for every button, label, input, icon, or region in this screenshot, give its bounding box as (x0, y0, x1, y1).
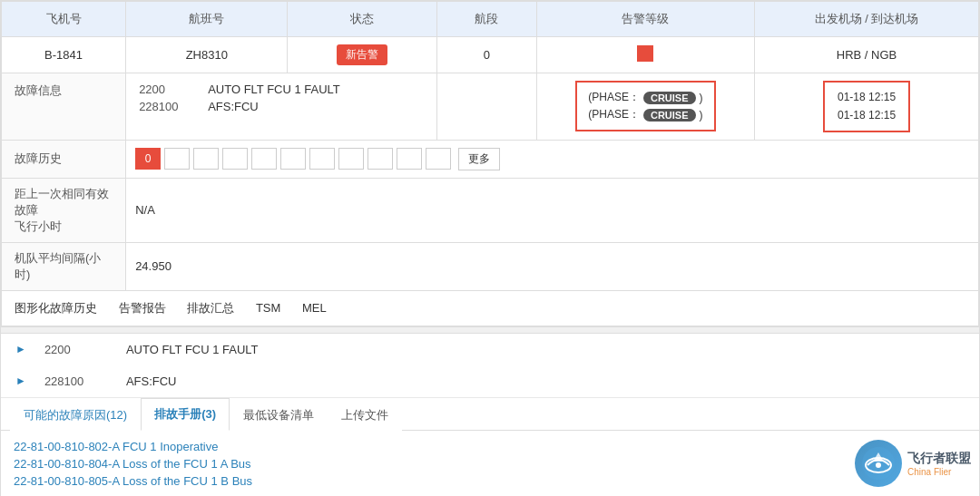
fault-code-row-1: 2200 AUTO FLT FCU 1 FAULT (139, 83, 424, 96)
expand-arrow-1[interactable]: ► (15, 343, 26, 355)
fault-info-codes: 2200 AUTO FLT FCU 1 FAULT 228100 AFS:FCU (126, 73, 437, 141)
fault-info-phase: (PHASE： CRUISE ) (PHASE： CRUISE ) (536, 73, 754, 141)
airports-cell: HRB / NGB (755, 37, 979, 73)
logo-cn-text: 飞行者联盟 (907, 451, 971, 467)
fault-link-1[interactable]: 22-81-00-810-802-A FCU 1 Inoperative (14, 438, 966, 455)
expand-arrow-2[interactable]: ► (15, 374, 26, 387)
fault-link-3[interactable]: 22-81-00-810-805-A Loss of the FCU 1 B B… (14, 472, 966, 490)
svg-point-2 (876, 462, 881, 468)
aircraft-cell: B-1841 (2, 37, 126, 73)
tab-fault-cause[interactable]: 可能的故障原因(12) (10, 399, 141, 431)
data-row: B-1841 ZH8310 新告警 0 HRB / NGB (2, 37, 979, 73)
leg-cell: 0 (437, 37, 537, 73)
fault-link-2[interactable]: 22-81-00-810-804-A Loss of the FCU 1 A B… (14, 455, 966, 472)
history-box-9 (397, 148, 422, 170)
history-box-2 (193, 148, 219, 170)
logo-circle (855, 440, 902, 487)
interval-label: 机队平均间隔(小时) (2, 242, 126, 290)
col-header-aircraft: 飞机号 (2, 2, 126, 37)
main-table: 飞机号 航班号 状态 航段 告警等级 出发机场 / 到达机场 B-1841 ZH… (1, 1, 979, 326)
phase-label-1: (PHASE： (588, 90, 640, 105)
distance-row: 距上一次相同有效故障飞行小时 N/A (2, 178, 979, 242)
tab-troubleshoot-manual[interactable]: 排故手册(3) (141, 398, 230, 431)
tabs-bar: 可能的故障原因(12) 排故手册(3) 最低设备清单 上传文件 (1, 398, 979, 431)
logo-svg (860, 445, 897, 481)
expand-desc-2: AFS:FCU (126, 374, 177, 388)
action-link-tsm[interactable]: TSM (256, 301, 280, 315)
tab-upload[interactable]: 上传文件 (328, 399, 402, 431)
datetime-line-2: 01-18 12:15 (838, 106, 896, 124)
history-boxes: 0 更多 (135, 148, 969, 170)
fault-desc-1: AUTO FLT FCU 1 FAULT (208, 83, 340, 96)
expand-row-1: ► 2200 AUTO FLT FCU 1 FAULT (1, 334, 979, 365)
phase-label-2: (PHASE： (588, 107, 640, 122)
expand-row-2: ► 228100 AFS:FCU (1, 365, 979, 397)
expand-desc-1: AUTO FLT FCU 1 FAULT (126, 343, 259, 356)
action-link-mel[interactable]: MEL (302, 301, 327, 315)
phase-badge-2: CRUISE (643, 109, 696, 122)
col-header-alert: 告警等级 (536, 2, 754, 37)
fault-info-row: 故障信息 2200 AUTO FLT FCU 1 FAULT 228100 AF… (2, 73, 979, 141)
history-box-3 (222, 148, 248, 170)
interval-row: 机队平均间隔(小时) 24.950 (2, 242, 979, 290)
fault-links-list: 22-81-00-810-802-A FCU 1 Inoperative 22-… (1, 431, 979, 496)
col-header-airports: 出发机场 / 到达机场 (755, 2, 979, 37)
status-cell: 新告警 (288, 37, 437, 73)
phase-suffix-2: ) (700, 109, 703, 122)
history-box-0: 0 (135, 148, 161, 170)
fault-history-row: 故障历史 0 更多 (2, 140, 979, 178)
history-box-10 (426, 148, 451, 170)
expand-section: ► 2200 AUTO FLT FCU 1 FAULT ► 228100 AFS… (1, 334, 979, 398)
history-box-1 (164, 148, 190, 170)
tabs-section: 可能的故障原因(12) 排故手册(3) 最低设备清单 上传文件 22-81-00… (1, 398, 979, 496)
distance-value: N/A (126, 178, 979, 242)
fault-code-1: 2200 (139, 83, 193, 96)
tab-mel[interactable]: 最低设备清单 (230, 399, 328, 431)
new-alert-badge: 新告警 (337, 44, 387, 65)
fault-code-2: 228100 (139, 100, 193, 113)
more-button[interactable]: 更多 (458, 148, 500, 170)
action-links-row: 图形化故障历史 告警报告 排故汇总 TSM MEL (2, 290, 979, 326)
datetime-container: 01-18 12:15 01-18 12:15 (823, 81, 910, 132)
fault-desc-2: AFS:FCU (208, 100, 259, 113)
action-link-chart[interactable]: 图形化故障历史 (15, 301, 97, 315)
expand-code-1: 2200 (44, 343, 108, 356)
action-links-cell: 图形化故障历史 告警报告 排故汇总 TSM MEL (2, 290, 979, 326)
fault-history-content: 0 更多 (126, 140, 979, 178)
phase-suffix-1: ) (700, 92, 703, 104)
logo-text-block: 飞行者联盟 China Flier (907, 451, 971, 477)
alert-square-icon (637, 45, 653, 62)
fault-code-row-2: 228100 AFS:FCU (139, 100, 424, 113)
fault-code-block: 2200 AUTO FLT FCU 1 FAULT 228100 AFS:FCU (139, 83, 424, 113)
col-header-flight: 航班号 (126, 2, 288, 37)
history-box-8 (368, 148, 393, 170)
col-header-status: 状态 (288, 2, 437, 37)
phase-row-1: (PHASE： CRUISE ) (588, 90, 702, 105)
alert-level-cell (536, 37, 754, 73)
fault-info-datetime: 01-18 12:15 01-18 12:15 (755, 73, 979, 141)
history-box-5 (280, 148, 306, 170)
history-box-7 (338, 148, 364, 170)
datetime-line-1: 01-18 12:15 (838, 88, 896, 106)
history-box-4 (251, 148, 277, 170)
interval-value: 24.950 (126, 242, 979, 290)
action-link-report[interactable]: 告警报告 (119, 301, 166, 315)
section-divider (1, 326, 979, 334)
distance-label: 距上一次相同有效故障飞行小时 (2, 178, 126, 242)
expand-code-2: 228100 (44, 374, 108, 388)
logo-watermark: 飞行者联盟 China Flier (855, 440, 971, 487)
fault-info-label: 故障信息 (2, 73, 126, 141)
history-box-6 (309, 148, 335, 170)
logo-en-text: China Flier (907, 467, 971, 477)
phase-container: (PHASE： CRUISE ) (PHASE： CRUISE ) (575, 81, 715, 131)
fault-info-leg (437, 73, 537, 141)
action-link-troubleshoot[interactable]: 排故汇总 (187, 301, 234, 315)
phase-row-2: (PHASE： CRUISE ) (588, 107, 702, 122)
main-container: 飞机号 航班号 状态 航段 告警等级 出发机场 / 到达机场 B-1841 ZH… (0, 0, 980, 496)
fault-history-label: 故障历史 (2, 140, 126, 178)
phase-badge-1: CRUISE (643, 92, 696, 104)
flight-cell: ZH8310 (126, 37, 288, 73)
col-header-leg: 航段 (437, 2, 537, 37)
